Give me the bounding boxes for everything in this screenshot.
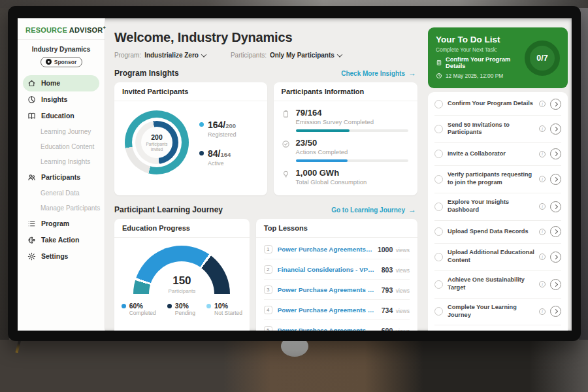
participants-select[interactable]: Participants: Only My Participants xyxy=(231,52,342,59)
org-name: Industry Dynamics xyxy=(18,46,105,53)
lesson-rank: 3 xyxy=(264,286,272,294)
chevron-right-icon xyxy=(553,177,557,182)
chevron-right-icon xyxy=(553,204,557,209)
section-title-program-insights: Program Insights xyxy=(114,69,179,78)
sidebar-item-education[interactable]: Education xyxy=(23,108,99,124)
sidebar-item-settings[interactable]: Settings xyxy=(23,248,99,265)
sidebar-item-home[interactable]: Home xyxy=(23,75,99,91)
lesson-rank: 1 xyxy=(264,245,272,253)
task-checkbox[interactable] xyxy=(434,253,443,261)
stat-emission-survey-completed: 79/164Emission Survey Completed xyxy=(282,108,408,132)
task-row-send-50-invitations-to-participants: Send 50 Invitations to Participantsi xyxy=(434,115,561,142)
settings-icon xyxy=(27,252,36,261)
task-open-button[interactable] xyxy=(550,279,561,290)
task-row-upload-additional-educational-content: Upload Additional Educational Contenti xyxy=(434,243,561,270)
stat-label: Actions Completed xyxy=(296,148,408,155)
sponsor-badge[interactable]: Sponsor xyxy=(41,57,82,67)
lesson-rank: 2 xyxy=(264,265,272,274)
todo-title: Your To Do List xyxy=(436,35,519,44)
info-icon[interactable]: i xyxy=(539,125,546,132)
task-checkbox[interactable] xyxy=(434,227,443,236)
sidebar-item-take-action[interactable]: Take Action xyxy=(23,232,99,248)
sidebar-item-label: Settings xyxy=(41,252,68,260)
sidebar-nav: HomeInsightsEducationLearning JourneyEdu… xyxy=(18,75,105,265)
stat-total-global-consumption: 1,000 GWhTotal Global Consumption xyxy=(282,168,408,186)
chevron-right-icon xyxy=(553,101,557,106)
task-checkbox[interactable] xyxy=(434,100,443,108)
sidebar-item-program[interactable]: Program xyxy=(23,216,99,232)
task-label: Upload Spend Data Records xyxy=(448,228,534,236)
task-label: Upload Additional Educational Content xyxy=(448,249,534,265)
task-checkbox[interactable] xyxy=(434,203,443,211)
lesson-link[interactable]: Financial Considerations - VPPAs xyxy=(278,266,376,273)
task-checkbox[interactable] xyxy=(434,280,443,289)
learning-journey-header: Participant Learning Journey Go to Learn… xyxy=(114,205,416,214)
chevron-right-icon xyxy=(553,309,557,314)
sidebar-item-label: Participants xyxy=(41,173,80,181)
sidebar-item-participants[interactable]: Participants xyxy=(23,169,99,186)
task-checkbox[interactable] xyxy=(434,150,443,158)
task-open-button[interactable] xyxy=(550,174,561,185)
lesson-link[interactable]: Power Purchase Agreements 102 xyxy=(278,306,376,314)
task-label: Achieve One Sustainability Target xyxy=(448,276,534,292)
task-open-button[interactable] xyxy=(550,99,561,110)
info-icon[interactable]: i xyxy=(539,203,546,210)
monitor-bezel: RESOURCE ADVISOR+ Industry Dynamics Spon… xyxy=(8,6,581,341)
go-to-learning-journey-link[interactable]: Go to Learning Journey → xyxy=(331,205,416,214)
document-icon xyxy=(436,59,442,66)
task-row-upload-spend-data-records: Upload Spend Data Recordsi xyxy=(434,220,561,243)
task-checkbox[interactable] xyxy=(434,175,443,184)
legend-dot-icon xyxy=(199,151,204,155)
info-icon[interactable]: i xyxy=(539,151,546,157)
task-open-button[interactable] xyxy=(550,226,561,237)
legend-dot-icon xyxy=(167,304,172,308)
sidebar-item-label: Education Content xyxy=(41,143,94,150)
sidebar-item-education-content[interactable]: Education Content xyxy=(23,139,99,154)
page-title: Welcome, Industry Dynamics xyxy=(114,30,417,45)
gauge-center-value: 150 xyxy=(172,274,191,287)
task-row-invite-a-collaborator: Invite a Collaboratori xyxy=(434,142,561,165)
task-open-button[interactable] xyxy=(550,123,561,135)
task-label: Confirm Your Program Details xyxy=(448,100,534,108)
todo-next-task: Confirm Your Program Details xyxy=(436,56,519,69)
sidebar-item-general-data[interactable]: General Data xyxy=(23,186,99,201)
info-icon[interactable]: i xyxy=(539,281,546,287)
task-open-button[interactable] xyxy=(550,252,561,263)
sidebar-item-insights[interactable]: Insights xyxy=(23,91,99,108)
task-checkbox[interactable] xyxy=(434,125,443,133)
info-icon[interactable]: i xyxy=(539,253,546,260)
task-open-button[interactable] xyxy=(550,148,561,159)
sidebar-item-label: Home xyxy=(41,79,60,87)
info-icon[interactable]: i xyxy=(539,101,546,107)
education-icon xyxy=(27,112,36,120)
stat-label: Total Global Consumption xyxy=(296,178,408,186)
legend-item-pending: 30%Pending xyxy=(167,302,195,316)
program-select[interactable]: Program: Industrialize Zero xyxy=(114,52,206,59)
bulb-icon xyxy=(282,169,291,186)
program-icon xyxy=(27,220,36,228)
sidebar-item-learning-insights[interactable]: Learning Insights xyxy=(23,154,99,169)
collapse-tasks-link[interactable]: Collapse Tasks xyxy=(434,325,561,331)
sidebar-item-label: Insights xyxy=(41,95,67,103)
donut-center-label: Participants Invited xyxy=(143,142,171,151)
lesson-link[interactable]: Power Purchase Agreements 101 xyxy=(278,286,376,293)
lesson-views-count: 600 xyxy=(382,327,393,331)
participants-icon xyxy=(27,173,36,182)
task-open-button[interactable] xyxy=(550,201,561,212)
sidebar-item-manage-participants[interactable]: Manage Participants xyxy=(23,201,99,216)
sidebar-item-label: Manage Participants xyxy=(41,204,100,212)
journey-cards-row: Education Progress 150 Participants 60%C… xyxy=(114,219,417,331)
lesson-link[interactable]: Power Purchase Agreements 103 xyxy=(278,327,376,331)
sidebar-item-learning-journey[interactable]: Learning Journey xyxy=(23,124,99,139)
info-icon[interactable]: i xyxy=(539,308,546,315)
check-more-insights-link[interactable]: Check More Insights → xyxy=(341,69,416,78)
stat-actions-completed: 23/50Actions Completed xyxy=(282,138,408,162)
task-open-button[interactable] xyxy=(550,306,561,317)
info-icon[interactable]: i xyxy=(539,176,546,182)
stat-value: 23/50 xyxy=(296,138,408,148)
info-icon[interactable]: i xyxy=(539,229,546,235)
lesson-row: 3Power Purchase Agreements 101793 views xyxy=(264,279,410,299)
lesson-link[interactable]: Power Purchase Agreements 101 xyxy=(278,246,372,253)
task-checkbox[interactable] xyxy=(434,307,443,316)
invited-participants-card: Invited Participants 200 Participants In… xyxy=(114,82,267,195)
